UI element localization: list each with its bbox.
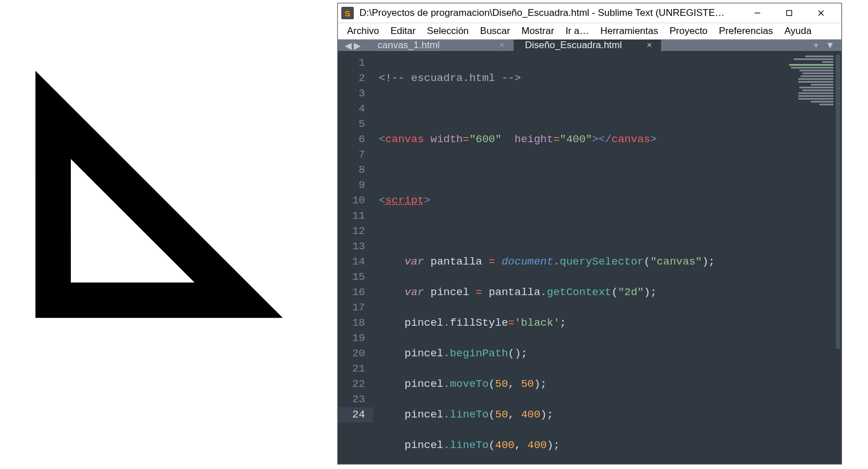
line-number: 17 — [338, 300, 365, 315]
canvas-output — [0, 0, 337, 469]
tab-right-controls: + ▼ — [807, 40, 841, 51]
tab-bar: ◀ ▶ canvas_1.html × Diseño_Escuadra.html… — [338, 40, 841, 51]
line-number: 9 — [338, 178, 365, 193]
gutter: 1 2 3 4 5 6 7 8 9 10 11 12 13 14 15 16 1… — [338, 51, 373, 464]
line-number: 24 — [338, 407, 373, 423]
triangle-shape — [0, 0, 337, 408]
menu-proyecto[interactable]: Proyecto — [664, 23, 713, 39]
menu-herramientas[interactable]: Herramientas — [595, 23, 664, 39]
code-line: var pincel = pantalla.getContext("2d"); — [379, 285, 841, 300]
maximize-button[interactable] — [773, 3, 805, 23]
code-line: <canvas width="600" height="400"></canva… — [379, 132, 841, 147]
tab-nav: ◀ ▶ — [338, 40, 366, 51]
code-line: pincel.lineTo(400, 400); — [379, 438, 841, 453]
line-number: 14 — [338, 254, 365, 270]
menu-bar: Archivo Editar Selección Buscar Mostrar … — [338, 23, 841, 40]
title-bar[interactable]: S D:\Proyectos de programacion\Diseño_Es… — [338, 3, 841, 23]
line-number: 3 — [338, 86, 365, 101]
line-number: 5 — [338, 117, 365, 132]
line-number: 1 — [338, 56, 365, 71]
tab-back-icon[interactable]: ◀ — [345, 40, 352, 51]
tab-forward-icon[interactable]: ▶ — [354, 40, 361, 51]
tab-label: canvas_1.html — [378, 40, 440, 51]
line-number: 21 — [338, 361, 365, 377]
menu-seleccion[interactable]: Selección — [421, 23, 475, 39]
line-number: 2 — [338, 71, 365, 86]
app-icon: S — [341, 7, 354, 19]
line-number: 11 — [338, 208, 365, 224]
line-number: 16 — [338, 285, 365, 300]
code-line: pincel.lineTo(50, 400); — [379, 407, 841, 423]
line-number: 20 — [338, 346, 365, 361]
svg-rect-3 — [787, 11, 792, 16]
menu-ir-a[interactable]: Ir a… — [560, 23, 595, 39]
line-number: 10 — [338, 193, 365, 208]
close-button[interactable] — [805, 3, 837, 23]
tab-canvas-1[interactable]: canvas_1.html × — [366, 40, 514, 51]
tab-dropdown-icon[interactable]: ▼ — [825, 40, 835, 50]
tab-close-icon[interactable]: × — [636, 40, 652, 50]
code-line — [379, 224, 841, 239]
code-line: pincel.fillStyle='black'; — [379, 315, 841, 331]
line-number: 7 — [338, 147, 365, 163]
line-number: 19 — [338, 331, 365, 346]
code-area[interactable]: <!-- escuadra.html --> <canvas width="60… — [373, 51, 841, 464]
tab-diseno-escuadra[interactable]: Diseño_Escuadra.html × — [514, 40, 661, 51]
code-line: pincel.moveTo(50, 50); — [379, 377, 841, 392]
menu-preferencias[interactable]: Preferencias — [713, 23, 778, 39]
app-icon-letter: S — [345, 9, 350, 18]
new-tab-icon[interactable]: + — [814, 40, 819, 50]
line-number: 13 — [338, 239, 365, 254]
code-line: pincel.beginPath(); — [379, 346, 841, 361]
vertical-scrollbar[interactable] — [835, 51, 841, 464]
line-number: 15 — [338, 270, 365, 285]
menu-archivo[interactable]: Archivo — [341, 23, 385, 39]
line-number: 8 — [338, 163, 365, 178]
menu-editar[interactable]: Editar — [385, 23, 421, 39]
editor-area[interactable]: 1 2 3 4 5 6 7 8 9 10 11 12 13 14 15 16 1… — [338, 51, 841, 464]
tab-close-icon[interactable]: × — [488, 40, 505, 50]
minimize-button[interactable] — [742, 3, 773, 23]
code-line: var pantalla = document.querySelector("c… — [379, 254, 841, 270]
line-number: 22 — [338, 377, 365, 392]
line-number: 23 — [338, 392, 365, 407]
code-line — [379, 163, 841, 178]
window-controls — [742, 3, 837, 23]
sublime-window: S D:\Proyectos de programacion\Diseño_Es… — [337, 3, 842, 464]
scrollbar-thumb[interactable] — [836, 54, 840, 349]
code-line: <script> — [379, 193, 841, 208]
menu-mostrar[interactable]: Mostrar — [516, 23, 560, 39]
line-number: 4 — [338, 101, 365, 117]
code-line: <!-- escuadra.html --> — [379, 71, 841, 86]
menu-buscar[interactable]: Buscar — [475, 23, 516, 39]
window-title: D:\Proyectos de programacion\Diseño_Escu… — [359, 7, 742, 19]
code-line — [379, 101, 841, 117]
line-number: 12 — [338, 224, 365, 239]
line-number: 18 — [338, 315, 365, 331]
line-number: 6 — [338, 132, 365, 147]
tab-label: Diseño_Escuadra.html — [525, 40, 622, 51]
menu-ayuda[interactable]: Ayuda — [779, 23, 818, 39]
